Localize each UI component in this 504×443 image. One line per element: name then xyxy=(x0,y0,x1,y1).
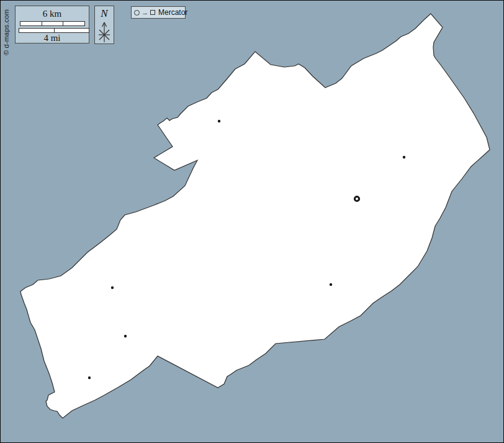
scale-bar-segment xyxy=(63,22,84,25)
scale-mi-label: 4 mi xyxy=(16,32,89,43)
scale-bar-segment xyxy=(20,22,42,25)
city-dot xyxy=(218,120,220,122)
city-dot xyxy=(124,335,127,337)
north-compass-icon xyxy=(96,20,112,43)
copyright-attribution: © d-maps.com xyxy=(2,9,10,55)
arrow-right-icon: → xyxy=(142,9,148,16)
circle-outline-icon xyxy=(134,10,140,16)
map-svg xyxy=(1,1,504,443)
scale-bar-segment xyxy=(42,22,64,25)
city-dot xyxy=(330,283,332,286)
city-dot xyxy=(88,377,91,379)
scale-bar-panel: 6 km 4 mi xyxy=(15,6,89,43)
map-canvas: © d-maps.com 6 km 4 mi N → Mercator xyxy=(0,0,504,443)
square-outline-icon xyxy=(150,10,155,15)
scale-km-label: 6 km xyxy=(16,8,89,19)
compass-north-label: N xyxy=(95,7,114,20)
projection-panel: → Mercator xyxy=(131,6,186,19)
projection-label: Mercator xyxy=(157,8,187,17)
scale-km-bar xyxy=(20,21,85,26)
land-outline xyxy=(20,14,490,418)
city-dot xyxy=(111,286,114,289)
compass-panel: N xyxy=(94,6,114,44)
city-dot xyxy=(403,156,405,158)
